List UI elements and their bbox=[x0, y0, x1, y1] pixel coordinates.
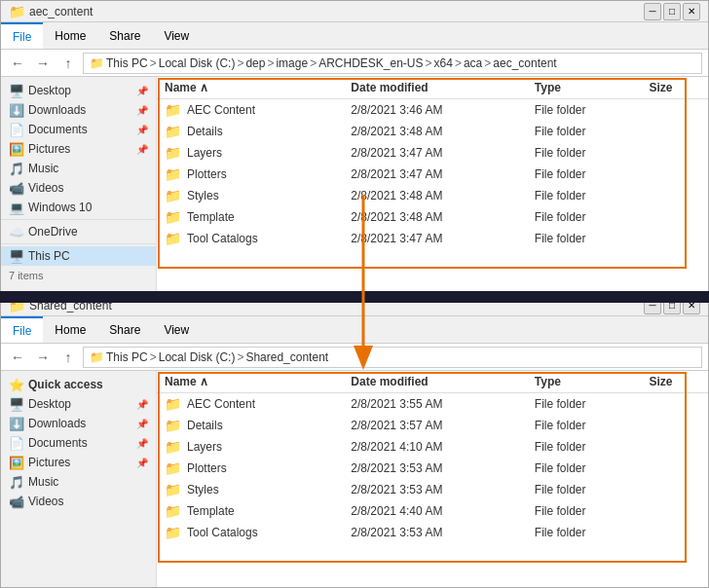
sidebar-item-downloads-top[interactable]: ⬇️ Downloads 📌 bbox=[1, 100, 156, 120]
file-size bbox=[641, 99, 708, 122]
forward-button-top[interactable]: → bbox=[32, 53, 54, 74]
folder-icon-sm: 📁 bbox=[165, 102, 181, 118]
sidebar-item-videos-bot[interactable]: 📹 Videos bbox=[1, 492, 156, 511]
table-row[interactable]: 📁 Template 2/8/2021 3:48 AM File folder bbox=[157, 206, 708, 228]
folder-icon-sm: 📁 bbox=[165, 231, 181, 246]
file-name: 📁 Tool Catalogs bbox=[157, 228, 343, 249]
file-type: File folder bbox=[527, 99, 642, 122]
sidebar-item-quickaccess-bot[interactable]: ⭐ Quick access bbox=[1, 375, 156, 394]
top-ribbon: File Home Share View bbox=[1, 22, 708, 50]
file-size bbox=[641, 522, 708, 543]
col-size-bot[interactable]: Size bbox=[641, 371, 708, 393]
file-size bbox=[641, 164, 708, 185]
minimize-button[interactable]: ─ bbox=[644, 3, 661, 20]
breadcrumb-bot[interactable]: 📁 This PC > Local Disk (C:) > Shared_con… bbox=[83, 347, 702, 368]
sidebar-item-onedrive-top[interactable]: ☁️ OneDrive bbox=[1, 222, 156, 241]
file-type: File folder bbox=[527, 436, 642, 458]
table-row[interactable]: 📁 Plotters 2/8/2021 3:53 AM File folder bbox=[157, 458, 708, 479]
table-row[interactable]: 📁 Layers 2/8/2021 3:47 AM File folder bbox=[157, 142, 708, 164]
col-type-bot[interactable]: Type bbox=[527, 371, 642, 393]
back-button-bot[interactable]: ← bbox=[7, 347, 28, 368]
table-row[interactable]: 📁 AEC Content 2/8/2021 3:46 AM File fold… bbox=[157, 99, 708, 122]
file-size bbox=[641, 206, 708, 228]
top-file-table: Name ∧ Date modified Type Size 📁 AEC Con… bbox=[157, 77, 708, 249]
sidebar-item-music-bot[interactable]: 🎵 Music bbox=[1, 472, 156, 492]
tab-view-top[interactable]: View bbox=[152, 22, 201, 49]
folder-icon-sm: 📁 bbox=[165, 124, 181, 139]
file-size bbox=[641, 500, 708, 522]
file-type: File folder bbox=[527, 500, 642, 522]
tab-file-bot[interactable]: File bbox=[1, 316, 43, 343]
forward-button-bot[interactable]: → bbox=[32, 347, 54, 368]
sidebar-item-pictures-top[interactable]: 🖼️ Pictures 📌 bbox=[1, 139, 156, 159]
sidebar-item-thispc-top[interactable]: 🖥️ This PC bbox=[1, 246, 156, 266]
item-count-top: 7 items bbox=[1, 266, 156, 285]
up-button-bot[interactable]: ↑ bbox=[57, 347, 79, 368]
table-row[interactable]: 📁 Tool Catalogs 2/8/2021 3:53 AM File fo… bbox=[157, 522, 708, 543]
col-name-top[interactable]: Name ∧ bbox=[157, 77, 343, 99]
tab-file-top[interactable]: File bbox=[1, 22, 43, 49]
table-row[interactable]: 📁 Styles 2/8/2021 3:53 AM File folder bbox=[157, 479, 708, 500]
sidebar-item-music-top[interactable]: 🎵 Music bbox=[1, 159, 156, 178]
table-row[interactable]: 📁 Details 2/8/2021 3:48 AM File folder bbox=[157, 121, 708, 142]
bottom-main-area: Name ∧ Date modified Type Size 📁 AEC Con… bbox=[157, 371, 708, 587]
folder-icon-sm: 📁 bbox=[165, 166, 181, 182]
tab-view-bot[interactable]: View bbox=[152, 316, 201, 343]
onedrive-icon-top: ☁️ bbox=[9, 224, 24, 239]
file-modified: 2/8/2021 3:48 AM bbox=[343, 121, 527, 142]
sidebar-item-downloads-bot[interactable]: ⬇️ Downloads 📌 bbox=[1, 414, 156, 433]
table-row[interactable]: 📁 Plotters 2/8/2021 3:47 AM File folder bbox=[157, 164, 708, 185]
table-row[interactable]: 📁 Template 2/8/2021 4:40 AM File folder bbox=[157, 500, 708, 522]
tab-home-top[interactable]: Home bbox=[43, 22, 97, 49]
close-button[interactable]: ✕ bbox=[683, 3, 700, 20]
file-name: 📁 Plotters bbox=[157, 458, 343, 479]
col-modified-top[interactable]: Date modified bbox=[343, 77, 527, 99]
col-name-bot[interactable]: Name ∧ bbox=[157, 371, 343, 393]
col-type-top[interactable]: Type bbox=[527, 77, 642, 99]
bottom-content-area: ⭐ Quick access 🖥️ Desktop 📌 ⬇️ Downloads… bbox=[1, 371, 708, 587]
tab-share-bot[interactable]: Share bbox=[97, 316, 152, 343]
sidebar-item-documents-bot[interactable]: 📄 Documents 📌 bbox=[1, 433, 156, 453]
sidebar-item-desktop-top[interactable]: 🖥️ Desktop 📌 bbox=[1, 81, 156, 100]
file-type: File folder bbox=[527, 206, 642, 228]
thispc-icon-top: 🖥️ bbox=[9, 248, 24, 264]
file-name: 📁 Styles bbox=[157, 185, 343, 206]
folder-icon-sm: 📁 bbox=[165, 209, 181, 225]
breadcrumb-folder-icon-bot: 📁 bbox=[90, 350, 104, 364]
col-size-top[interactable]: Size bbox=[641, 77, 708, 99]
svg-marker-1 bbox=[354, 346, 373, 370]
sidebar-item-pictures-bot[interactable]: 🖼️ Pictures 📌 bbox=[1, 453, 156, 472]
pictures-icon-bot: 🖼️ bbox=[9, 455, 24, 470]
bottom-file-table: Name ∧ Date modified Type Size 📁 AEC Con… bbox=[157, 371, 708, 543]
documents-icon-bot: 📄 bbox=[9, 435, 24, 451]
arrow-container bbox=[349, 195, 378, 392]
top-folder-icon: 📁 bbox=[9, 4, 25, 19]
table-row[interactable]: 📁 Layers 2/8/2021 4:10 AM File folder bbox=[157, 436, 708, 458]
sidebar-item-desktop-bot[interactable]: 🖥️ Desktop 📌 bbox=[1, 394, 156, 414]
file-name: 📁 Template bbox=[157, 206, 343, 228]
file-name: 📁 Layers bbox=[157, 142, 343, 164]
top-sidebar: 🖥️ Desktop 📌 ⬇️ Downloads 📌 📄 Documents … bbox=[1, 77, 157, 291]
downloads-icon-bot: ⬇️ bbox=[9, 416, 24, 431]
sidebar-item-windows-top[interactable]: 💻 Windows 10 bbox=[1, 198, 156, 217]
top-window-title: aec_content bbox=[29, 5, 93, 18]
file-size bbox=[641, 458, 708, 479]
table-row[interactable]: 📁 AEC Content 2/8/2021 3:55 AM File fold… bbox=[157, 393, 708, 416]
file-name: 📁 Tool Catalogs bbox=[157, 522, 343, 543]
sidebar-item-videos-top[interactable]: 📹 Videos bbox=[1, 178, 156, 198]
up-button-top[interactable]: ↑ bbox=[57, 53, 79, 74]
sidebar-item-documents-top[interactable]: 📄 Documents 📌 bbox=[1, 120, 156, 139]
maximize-button[interactable]: □ bbox=[663, 3, 681, 20]
tab-share-top[interactable]: Share bbox=[97, 22, 152, 49]
top-main-area: Name ∧ Date modified Type Size 📁 AEC Con… bbox=[157, 77, 708, 291]
table-row[interactable]: 📁 Details 2/8/2021 3:57 AM File folder bbox=[157, 415, 708, 436]
back-button-top[interactable]: ← bbox=[7, 53, 28, 74]
file-name: 📁 AEC Content bbox=[157, 393, 343, 416]
table-row[interactable]: 📁 Tool Catalogs 2/8/2021 3:47 AM File fo… bbox=[157, 228, 708, 249]
file-size bbox=[641, 415, 708, 436]
file-modified: 2/8/2021 3:53 AM bbox=[343, 479, 527, 500]
breadcrumb-top[interactable]: 📁 This PC > Local Disk (C:) > dep > imag… bbox=[83, 53, 702, 74]
table-row[interactable]: 📁 Styles 2/8/2021 3:48 AM File folder bbox=[157, 185, 708, 206]
folder-icon-sm: 📁 bbox=[165, 145, 181, 161]
tab-home-bot[interactable]: Home bbox=[43, 316, 97, 343]
